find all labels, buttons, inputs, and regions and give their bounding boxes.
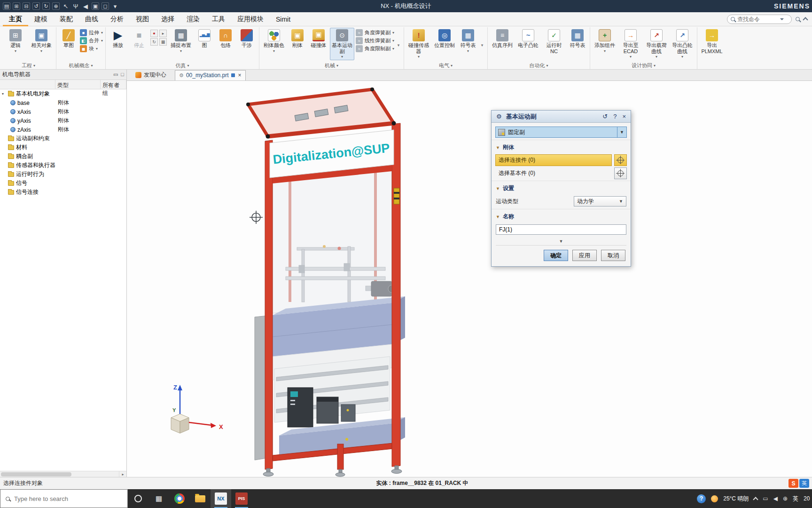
command-search-input[interactable]: [737, 16, 778, 23]
symbol-table-button[interactable]: ▦ 符号表 ▾: [458, 28, 478, 55]
tree-row-zaxis[interactable]: zAxis 刚体: [0, 125, 126, 134]
rigid-body-color-button[interactable]: 刚体颜色 ▾: [262, 28, 286, 55]
select-base-row[interactable]: 选择基本件 (0): [495, 167, 627, 179]
task-view-button[interactable]: ▦: [148, 489, 169, 508]
interference-button[interactable]: 干涉: [237, 28, 257, 50]
motion-type-dropdown[interactable]: 动力学 ▼: [574, 196, 626, 206]
cursor-select-icon[interactable]: ↖: [62, 2, 70, 10]
step-forward-icon[interactable]: ▸: [159, 30, 167, 37]
nx-taskbar-button[interactable]: NX: [211, 489, 231, 508]
export-cam-curve-button[interactable]: ↗ 导出凸轮曲线 ▾: [670, 28, 695, 60]
tray-expand-icon[interactable]: [753, 497, 758, 502]
snapshot-icon[interactable]: ▦: [159, 38, 167, 46]
weather-text[interactable]: 25°C 晴朗: [723, 495, 749, 503]
tab-simit[interactable]: Simit: [270, 13, 297, 26]
minimize-ribbon-icon[interactable]: [803, 17, 808, 22]
export-plmxml-button[interactable]: → 导出 PLMXML: [700, 28, 724, 56]
tab-view[interactable]: 视图: [130, 12, 155, 26]
tree-row-base[interactable]: base 刚体: [0, 98, 126, 107]
scroll-right-button[interactable]: ▸: [119, 471, 126, 477]
collision-body-button[interactable]: ▣ 碰撞体: [309, 28, 328, 50]
tab-select[interactable]: 选择: [155, 12, 180, 26]
scrollbar-thumb[interactable]: [1, 472, 71, 476]
horizontal-scrollbar[interactable]: [0, 471, 119, 477]
linear-spring-joint-button[interactable]: ≈ 线性弹簧副 ▾: [356, 37, 394, 44]
record-icon[interactable]: ●: [150, 30, 158, 37]
extrude-button[interactable]: ■ 拉伸 ▾: [80, 29, 103, 36]
tree-row-sensors-actuators[interactable]: 传感器和执行器: [0, 161, 126, 170]
group-overflow-caret-icon[interactable]: ▾: [396, 43, 401, 48]
joint-name-input[interactable]: [496, 224, 626, 235]
stop-button[interactable]: ■ 停止: [129, 28, 149, 50]
cortana-button[interactable]: [128, 489, 148, 508]
pis-taskbar-button[interactable]: PIS: [231, 489, 252, 508]
section-rigid-body[interactable]: ▼ 刚体: [492, 140, 631, 153]
taskbar-search[interactable]: [0, 489, 128, 508]
tree-row-signal-connections[interactable]: 信号连接: [0, 188, 126, 197]
tab-application[interactable]: 应用模块: [231, 12, 270, 26]
play-button[interactable]: ▶ 播放: [108, 28, 128, 50]
window-switch-icon[interactable]: ◻: [102, 2, 109, 10]
tab-render[interactable]: 渲染: [180, 12, 206, 26]
tab-analysis[interactable]: 分析: [104, 12, 130, 26]
symbol-table-automation-button[interactable]: ▦ 符号表: [568, 28, 587, 50]
repeat-command-icon[interactable]: ⊕: [52, 2, 60, 10]
close-panel-icon[interactable]: □: [121, 71, 124, 78]
ime-logo-icon[interactable]: S: [789, 479, 798, 488]
tree-row-yaxis[interactable]: yAxis 刚体: [0, 116, 126, 125]
apply-button[interactable]: 应用: [572, 250, 597, 261]
export-ecad-button[interactable]: → 导出至 ECAD ▾: [618, 28, 643, 60]
select-attachment-row[interactable]: 选择连接件 (0): [495, 154, 627, 166]
mic-icon[interactable]: Ψ: [72, 2, 79, 10]
display-icon[interactable]: ▭: [763, 495, 768, 502]
undock-panel-icon[interactable]: ▭: [113, 71, 118, 78]
tree-row-materials[interactable]: 材料: [0, 143, 126, 152]
copy-icon[interactable]: ⊞: [13, 2, 20, 10]
dialog-close-icon[interactable]: ×: [621, 113, 627, 120]
advanced-search-icon[interactable]: [796, 17, 800, 21]
undo-icon[interactable]: ↺: [32, 2, 40, 10]
tree-row-runtime-behaviors[interactable]: 运行时行为: [0, 170, 126, 179]
3d-viewport[interactable]: Digitalization@SUP: [127, 81, 812, 477]
position-control-button[interactable]: ◎ 位置控制: [432, 28, 457, 50]
taskbar-search-input[interactable]: [14, 495, 108, 502]
dialog-help-icon[interactable]: ?: [612, 113, 618, 120]
dialog-expander[interactable]: ▼: [496, 237, 626, 246]
logic-button[interactable]: ⊞ 逻辑 ▾: [3, 28, 28, 55]
unite-button[interactable]: ◧ 合并 ▾: [80, 37, 103, 44]
tab-modeling[interactable]: 建模: [28, 12, 54, 26]
block-button[interactable]: ◼ 块 ▾: [80, 45, 103, 52]
reset-icon[interactable]: ↺: [601, 113, 609, 120]
close-tab-icon[interactable]: ×: [237, 72, 242, 79]
section-settings[interactable]: ▼ 设置: [492, 181, 631, 194]
weather-icon[interactable]: [711, 495, 718, 502]
angular-limit-joint-button[interactable]: ≈ 角度限制副 ▾: [356, 45, 394, 52]
tab-curve[interactable]: 曲线: [79, 12, 104, 26]
tab-home[interactable]: 主页: [3, 12, 28, 26]
language-indicator[interactable]: 英: [793, 495, 798, 503]
tab-assembly[interactable]: 装配: [54, 12, 79, 26]
dialog-title-bar[interactable]: ⚙ 基本运动副 ↺ ? ×: [492, 111, 631, 123]
select-attachment-pick-button[interactable]: [614, 154, 627, 166]
layout-icon[interactable]: ▣: [92, 2, 99, 10]
cancel-button[interactable]: 取消: [601, 250, 625, 261]
basic-joint-button[interactable]: ⊙ 基本运动副 ▾: [330, 28, 354, 60]
chart-button[interactable]: ▂▅▃▇ 图: [195, 28, 214, 50]
browser-button[interactable]: [169, 489, 190, 508]
angular-spring-joint-button[interactable]: ≈ 角度弹簧副 ▾: [356, 29, 394, 36]
section-name[interactable]: ▼ 名称: [492, 209, 631, 222]
tree-row-signals[interactable]: 信号: [0, 179, 126, 188]
save-icon[interactable]: ▤: [3, 2, 10, 10]
tree-row-joints[interactable]: 运动副和约束: [0, 134, 126, 143]
capture-arrangement-button[interactable]: ▦ 捕捉布置 ▾: [169, 28, 193, 55]
speaker-icon[interactable]: ◀: [82, 2, 89, 10]
tree-row-couplers[interactable]: 耦合副: [0, 152, 126, 161]
help-bubble-icon[interactable]: ?: [697, 494, 706, 503]
ok-button[interactable]: 确定: [544, 250, 568, 261]
joint-type-dropdown[interactable]: 固定副 ▼: [495, 127, 627, 138]
clock[interactable]: 20: [804, 495, 811, 502]
part-tab-mystation[interactable]: ⚙ 00_myStation.prt ×: [175, 70, 246, 80]
electronic-cam-button[interactable]: ~ 电子凸轮: [516, 28, 540, 50]
collision-sensor-button[interactable]: ! 碰撞传感器 ▾: [406, 28, 431, 60]
sketch-button[interactable]: ╱ 草图: [59, 28, 78, 50]
